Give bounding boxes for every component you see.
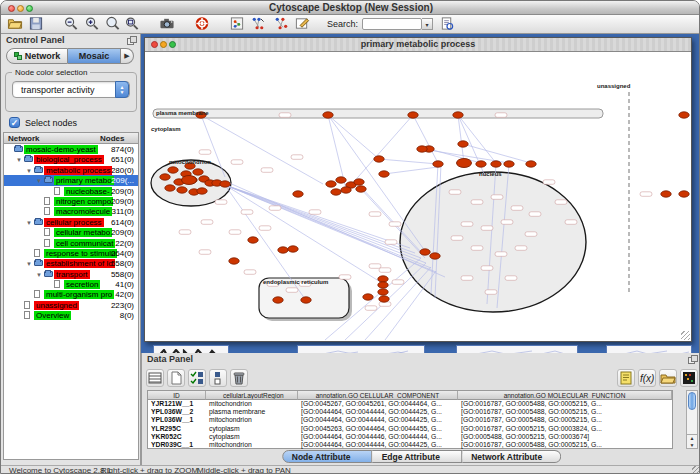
gene-node[interactable]	[408, 112, 418, 118]
tree-row[interactable]: multi-organism pro42(0)	[4, 289, 138, 299]
cell-cellular-component[interactable]: [GO:0045267, GO:0045261, GO:0044464, G..…	[298, 400, 458, 408]
advanced-search-icon[interactable]	[439, 16, 456, 32]
cell-region[interactable]: mitochondrion	[206, 400, 298, 408]
scrollbar-thumb[interactable]	[688, 392, 696, 410]
cell-region[interactable]: plasma membrane	[206, 408, 298, 416]
cell-cellular-component[interactable]: [GO:0044464, GO:0044444, GO:0044425, G..…	[298, 408, 458, 416]
annotation-icon[interactable]	[294, 16, 311, 32]
cell-region[interactable]: mitochondrion	[206, 416, 298, 424]
select-all-attributes-icon[interactable]	[188, 369, 206, 387]
search-input[interactable]	[362, 18, 422, 30]
tree-row[interactable]: cellular metabo209(0)	[4, 227, 138, 237]
tab-edge-attribute-browser[interactable]: Edge Attribute Browser	[373, 450, 463, 463]
gene-node[interactable]	[526, 161, 536, 167]
gene-node[interactable]	[301, 297, 311, 303]
gene-node[interactable]	[379, 171, 389, 177]
tab-mosaic[interactable]: Mosaic	[68, 48, 121, 64]
cell-cellular-component[interactable]: [GO:0045263, GO:0044464, GO:0044455, G..…	[298, 425, 458, 433]
gene-node[interactable]	[417, 146, 427, 152]
gene-node[interactable]	[363, 294, 373, 300]
snapshot-icon[interactable]	[159, 16, 176, 32]
gene-node[interactable]	[356, 186, 366, 192]
app-resize-grip[interactable]	[692, 466, 700, 474]
attribute-table[interactable]: ID_cellularLayoutRegionannotation.GO CEL…	[147, 390, 673, 449]
function-builder-icon[interactable]: f(x)	[638, 369, 656, 387]
cell-region[interactable]: cytoplasm	[206, 433, 298, 441]
layout-a-icon[interactable]	[250, 16, 267, 32]
gene-node[interactable]	[679, 112, 689, 118]
tree-row[interactable]: ▼primary metabo209(...	[4, 175, 138, 185]
gene-node[interactable]	[323, 112, 333, 118]
cell-cellular-component[interactable]: [GO:0044464, GO:0044444, GO:0044425, G..…	[298, 441, 458, 449]
tree-row[interactable]: macromolecule311(0)	[4, 206, 138, 216]
gene-node[interactable]	[326, 181, 336, 187]
tree-row[interactable]: ▼transport558(0)	[4, 269, 138, 279]
network-canvas[interactable]: plasma membranecytoplasmmitochondrionnuc…	[145, 52, 691, 341]
gene-node[interactable]	[458, 141, 468, 147]
gene-node[interactable]	[420, 249, 430, 255]
window-resize-grip[interactable]	[681, 331, 690, 340]
tree-row[interactable]: ▼metabolic process280(0)	[4, 165, 138, 175]
table-header-2[interactable]: annotation.GO CELLULAR_COMPONENT	[298, 391, 458, 400]
open-session-icon[interactable]	[7, 16, 24, 32]
tree-row[interactable]: ▼establishment of lo558(0)	[4, 258, 138, 268]
scrollbar-arrows-icon[interactable]: ▲▼	[687, 434, 697, 448]
table-header-3[interactable]: annotation.GO MOLECULAR_FUNCTION	[458, 391, 672, 400]
gene-node[interactable]	[168, 167, 178, 173]
gene-node[interactable]	[273, 297, 283, 303]
table-row[interactable]: YJR121W__1mitochondrion[GO:0045267, GO:0…	[148, 400, 672, 408]
import-attributes-icon[interactable]	[659, 369, 677, 387]
gene-node[interactable]	[457, 159, 472, 168]
show-graphics-details-icon[interactable]	[229, 16, 246, 32]
select-attributes-table-icon[interactable]	[146, 369, 164, 387]
cell-molecular-function[interactable]: [GO:0016787, GO:0005215, GO:0003824, G..…	[458, 425, 672, 433]
tree-row[interactable]: unassigned223(0)	[4, 300, 138, 310]
gene-node[interactable]	[331, 189, 341, 195]
table-row[interactable]: YPL036W__2plasma membrane[GO:0044464, GO…	[148, 408, 672, 416]
gene-node[interactable]	[197, 188, 207, 194]
cell-molecular-function[interactable]: [GO:0016787, GO:0005488, GO:0005215, G..…	[458, 441, 672, 449]
table-row[interactable]: YKR052Ccytoplasm[GO:0044464, GO:0044446,…	[148, 433, 672, 441]
tree-row[interactable]: nucleobase-209(0)	[4, 186, 138, 196]
unselect-all-attributes-icon[interactable]	[209, 369, 227, 387]
gene-node[interactable]	[379, 296, 389, 302]
table-row[interactable]: YPL036W__1mitochondrion[GO:0044464, GO:0…	[148, 416, 672, 424]
tree-row[interactable]: cell communicat22(0)	[4, 238, 138, 248]
tab-network-attribute-browser[interactable]: Network Attribute Browser	[462, 450, 561, 463]
tree-row[interactable]: nitrogen compo209(0)	[4, 196, 138, 206]
gene-node[interactable]	[476, 161, 486, 167]
float-panel-icon[interactable]	[688, 355, 697, 363]
help-icon[interactable]	[194, 16, 211, 32]
gene-node[interactable]	[374, 156, 384, 162]
gene-node[interactable]	[336, 177, 346, 183]
tab-network[interactable]: Network	[6, 48, 68, 64]
cell-molecular-function[interactable]: [GO:0005488, GO:0005215, GO:0003674]	[458, 433, 672, 441]
gene-node[interactable]	[679, 191, 689, 197]
zoom-selected-region-icon[interactable]	[105, 16, 122, 32]
gene-node[interactable]	[453, 112, 463, 118]
cell-id[interactable]: YPL036W__2	[148, 408, 206, 416]
gene-node[interactable]	[661, 191, 671, 197]
cell-id[interactable]: YKR052C	[148, 433, 206, 441]
gene-node[interactable]	[430, 253, 440, 259]
save-session-icon[interactable]	[28, 16, 45, 32]
gene-node[interactable]	[220, 181, 230, 187]
cell-molecular-function[interactable]: [GO:0016787, GO:0005488, GO:0005215, G..…	[458, 408, 672, 416]
gene-node[interactable]	[229, 258, 239, 264]
matrix-view-icon[interactable]	[680, 369, 698, 387]
cell-id[interactable]: YPL036W__1	[148, 416, 206, 424]
tab-node-attribute-browser[interactable]: Node Attribute Browser	[282, 450, 373, 463]
new-attribute-icon[interactable]	[167, 369, 185, 387]
cell-region[interactable]: mitochondrion	[206, 441, 298, 449]
gene-node[interactable]	[354, 179, 364, 185]
gene-node[interactable]	[193, 169, 203, 175]
cell-cellular-component[interactable]: [GO:0044464, GO:0044444, GO:0044425, G..…	[298, 416, 458, 424]
gene-node[interactable]	[504, 161, 514, 167]
cell-id[interactable]: YDR039C__1	[148, 441, 206, 449]
tree-row[interactable]: secretion41(0)	[4, 279, 138, 289]
attribute-batch-editor-icon[interactable]	[617, 369, 635, 387]
zoom-in-icon[interactable]	[84, 16, 101, 32]
tree-row[interactable]: Overview8(0)	[4, 310, 138, 320]
delete-attribute-icon[interactable]	[230, 369, 248, 387]
table-header-1[interactable]: _cellularLayoutRegion	[206, 391, 298, 400]
